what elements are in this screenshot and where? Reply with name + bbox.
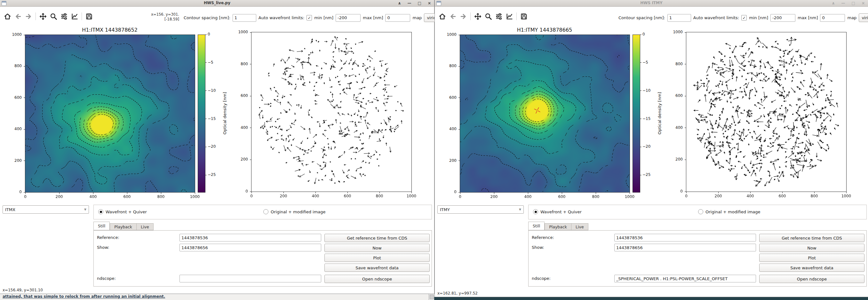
x-tick-mark [686,192,687,193]
wavefront-contour-plot[interactable] [25,35,195,193]
auto-wavefront-limits-checkbox[interactable]: ✓ [741,15,747,21]
wavefront-quiver-option[interactable]: Wavefront + Quiver [533,209,582,214]
contour-spacing-label: Contour spacing [nm]: [184,15,230,20]
y-tick-label: 200 [668,157,683,162]
x-tick-mark [251,192,252,193]
quiver-plot[interactable] [686,32,846,192]
subplots-icon[interactable] [494,11,504,21]
max-nm-input[interactable] [820,14,845,22]
contour-spacing-input[interactable] [668,14,691,22]
colorbar-tick-mark [640,175,642,175]
contour-canvas[interactable] [460,35,630,192]
maximize-button[interactable]: □ [418,0,421,6]
close-button[interactable]: × [428,0,431,6]
reference-label: Reference: [97,235,119,240]
x-tick-label: 600 [119,195,135,199]
min-nm-input[interactable] [336,14,361,22]
subplots-icon[interactable] [59,11,69,21]
y-tick-label: 600 [233,93,248,98]
auto-wavefront-limits-checkbox[interactable]: ✓ [307,15,312,21]
quiver-plot[interactable] [251,32,412,192]
y-tick-mark [685,160,686,160]
get-reference-time-button[interactable]: Get reference time from CDS [324,234,430,242]
y-tick-mark [685,96,686,96]
readout-line1: x=156. y=301. [151,12,179,16]
quiver-canvas[interactable] [686,32,846,192]
tab-still[interactable]: Still [528,222,545,230]
y-tick-label: 0 [668,189,683,194]
window-hws-live: HWS_live.py ∧ — □ × x=156. y=301. [-18.5… [0,0,434,294]
tab-live[interactable]: Live [571,223,588,230]
ndscope-input[interactable] [180,275,321,282]
plot-button[interactable]: Plot [759,254,865,262]
reference-input[interactable] [614,234,756,241]
minimize-button[interactable]: — [408,0,411,6]
save-wavefront-button[interactable]: Save wavefront data [324,264,430,272]
tab-live[interactable]: Live [136,223,154,230]
wavefront-quiver-label: Wavefront + Quiver [105,209,147,214]
back-icon[interactable] [13,11,23,21]
now-button[interactable]: Now [759,244,865,252]
open-ndscope-button[interactable]: Open ndscope [324,275,430,283]
titlebar[interactable]: HWS ITMY ∧ — □ × [435,0,868,7]
zoom-icon[interactable] [484,11,493,21]
optic-select[interactable]: ITMX ▼ [3,205,89,214]
background-link-text[interactable]: attained, that was simple to relock from… [3,294,165,299]
original-modified-option[interactable]: Original + modified image [263,209,326,214]
tab-still[interactable]: Still [93,222,110,230]
x-tick-mark [315,192,316,193]
tab-playback[interactable]: Playback [110,223,136,230]
view-mode-group: Wavefront + Quiver Original + modified i… [93,205,432,220]
close-button[interactable]: × [862,0,865,6]
home-icon[interactable] [437,11,447,21]
show-input[interactable] [180,244,321,252]
customize-icon[interactable] [504,11,514,21]
pan-icon[interactable] [38,11,48,21]
original-modified-option[interactable]: Original + modified image [698,209,761,214]
save-icon[interactable] [519,11,529,21]
map-label: map [847,15,857,20]
forward-icon[interactable] [459,11,468,21]
show-input[interactable] [614,244,756,252]
x-tick-label: 1000 [839,194,854,199]
colorbar-tick-mark [640,119,642,119]
x-tick-label: 600 [775,194,790,199]
contour-canvas[interactable] [25,35,195,192]
tab-playback[interactable]: Playback [545,223,571,230]
colormap-select[interactable]: viridis ▾ [859,13,868,22]
forward-icon[interactable] [24,11,33,21]
colorbar [198,35,206,193]
shade-button[interactable]: ∧ [398,0,401,6]
plot-button[interactable]: Plot [324,254,430,262]
customize-icon[interactable] [70,11,79,21]
contour-spacing-input[interactable] [232,14,256,22]
save-icon[interactable] [84,11,94,21]
max-nm-input[interactable] [385,14,410,22]
x-tick-label: 400 [743,194,758,199]
still-tab-panel: Reference: Get reference time from CDS S… [93,230,432,287]
cursor-position-status: x=156.49, y=301.10 [3,288,43,292]
scrollbar-thumb[interactable] [430,295,434,299]
ndscope-label: ndscope: [532,276,551,281]
wavefront-contour-plot[interactable] [460,35,630,193]
y-tick-mark [250,128,251,128]
back-icon[interactable] [448,11,458,21]
titlebar[interactable]: HWS_live.py ∧ — □ × [0,0,434,7]
optic-select[interactable]: ITMY ▼ [437,205,524,214]
get-reference-time-button[interactable]: Get reference time from CDS [759,234,865,242]
zoom-icon[interactable] [49,11,58,21]
quiver-canvas[interactable] [251,32,411,192]
min-nm-input[interactable] [770,14,795,22]
save-wavefront-button[interactable]: Save wavefront data [759,264,865,272]
ndscope-input[interactable] [614,275,756,282]
now-button[interactable]: Now [324,244,430,252]
wavefront-quiver-option[interactable]: Wavefront + Quiver [98,209,147,214]
home-icon[interactable] [3,11,12,21]
shade-button[interactable]: ∧ [832,0,835,6]
reference-input[interactable] [180,234,321,241]
open-ndscope-button[interactable]: Open ndscope [759,275,865,283]
pan-icon[interactable] [473,11,483,21]
minimize-button[interactable]: — [841,0,845,6]
background-scrollbar[interactable] [429,294,434,300]
maximize-button[interactable]: □ [852,0,855,6]
